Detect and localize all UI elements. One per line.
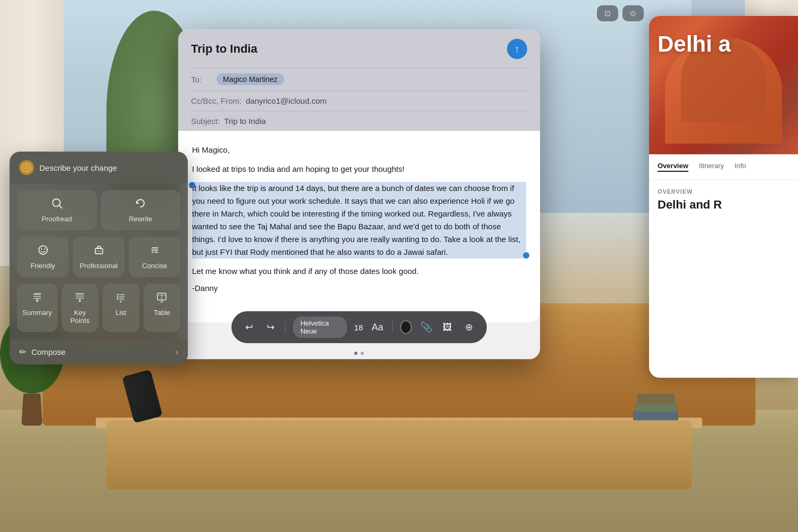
svg-point-6 bbox=[44, 248, 45, 250]
format-icon: Aa bbox=[371, 322, 383, 333]
key-points-icon bbox=[74, 291, 86, 305]
right-panel-content: OVERVIEW Delhi and R bbox=[649, 180, 798, 220]
attach-icon: 📎 bbox=[420, 321, 432, 333]
bg-table bbox=[106, 420, 692, 489]
svg-line-3 bbox=[59, 205, 62, 208]
right-panel-title-overlay: Delhi a bbox=[658, 32, 789, 56]
bg-books bbox=[633, 391, 681, 420]
format-button[interactable]: Aa bbox=[370, 319, 384, 336]
compose-left: ✏ Compose bbox=[19, 347, 65, 357]
dot-2 bbox=[361, 352, 364, 355]
friendly-label: Friendly bbox=[30, 262, 55, 270]
email-footer-text: Let me know what you think and if any of… bbox=[192, 265, 526, 278]
ai-grid-top: Proofread Rewrite bbox=[10, 184, 188, 237]
to-recipient[interactable]: Magico Martinez bbox=[217, 73, 284, 85]
list-label: List bbox=[115, 309, 126, 317]
redo-button[interactable]: ↪ bbox=[263, 319, 277, 336]
right-panel-section-title: Delhi and R bbox=[658, 198, 789, 212]
color-picker[interactable] bbox=[400, 320, 412, 334]
email-body[interactable]: Hi Magico, I looked at trips to India an… bbox=[178, 131, 540, 322]
svg-point-21 bbox=[117, 294, 119, 296]
right-nav-itinerary[interactable]: Itinerary bbox=[699, 162, 724, 172]
font-size[interactable]: 18 bbox=[354, 323, 363, 332]
image-button[interactable]: 🖼 bbox=[440, 319, 454, 336]
undo-icon: ↩ bbox=[245, 321, 253, 333]
rewrite-button[interactable]: Rewrite bbox=[101, 190, 181, 230]
email-header: Trip to India ↑ To: Magico Martinez Cc/B… bbox=[178, 29, 540, 131]
table-label: Table bbox=[154, 309, 170, 317]
right-nav-info[interactable]: Info bbox=[735, 162, 746, 172]
right-panel-image: Delhi a bbox=[649, 16, 798, 154]
compose-label: Compose bbox=[31, 347, 65, 356]
email-intro: I looked at trips to India and am hoping… bbox=[192, 163, 526, 176]
ai-writing-panel: Describe your change Proofread Rewrite bbox=[10, 152, 188, 364]
right-panel-big-title: Delhi a bbox=[658, 32, 789, 56]
friendly-icon bbox=[37, 244, 49, 259]
window-control-1[interactable]: ⊡ bbox=[597, 5, 618, 21]
rewrite-label: Rewrite bbox=[129, 215, 152, 223]
email-cc-row: Cc/Bcc, From: danyrico1@icloud.com bbox=[191, 90, 527, 111]
key-points-label: Key Points bbox=[67, 309, 93, 325]
professional-button[interactable]: Professional bbox=[73, 237, 124, 277]
compose-icon: ✏ bbox=[19, 347, 26, 357]
email-send-button[interactable]: ↑ bbox=[507, 39, 527, 59]
window-control-2[interactable]: ⊙ bbox=[622, 5, 644, 21]
toolbar-divider-2 bbox=[392, 322, 393, 332]
right-nav-overview[interactable]: Overview bbox=[658, 162, 688, 172]
svg-point-5 bbox=[40, 248, 41, 250]
right-panel-nav: Overview Itinerary Info bbox=[649, 154, 798, 180]
concise-label: Concise bbox=[142, 262, 167, 270]
proofread-label: Proofread bbox=[41, 215, 72, 223]
friendly-button[interactable]: Friendly bbox=[17, 237, 69, 277]
more-button[interactable]: ⊕ bbox=[462, 319, 476, 336]
image-icon: 🖼 bbox=[443, 322, 452, 333]
svg-point-25 bbox=[117, 298, 119, 300]
professional-label: Professional bbox=[80, 262, 118, 270]
svg-point-4 bbox=[39, 246, 47, 254]
table-button[interactable]: Table bbox=[144, 284, 180, 332]
dot-1 bbox=[354, 352, 358, 355]
pagination-dots bbox=[354, 352, 364, 355]
email-selected-paragraph: It looks like the trip is around 14 days… bbox=[192, 182, 526, 259]
svg-rect-18 bbox=[76, 296, 84, 297]
svg-rect-13 bbox=[34, 293, 41, 295]
ai-icon bbox=[19, 160, 34, 175]
email-title-row: Trip to India ↑ bbox=[191, 39, 527, 59]
email-to-row: To: Magico Martinez bbox=[191, 68, 527, 90]
ai-grid-middle: Friendly Professional Conci bbox=[10, 237, 188, 284]
email-subject: Trip to India bbox=[224, 117, 266, 126]
to-label: To: bbox=[191, 75, 212, 84]
list-button[interactable]: List bbox=[103, 284, 139, 332]
redo-icon: ↪ bbox=[267, 321, 275, 333]
proofread-button[interactable]: Proofread bbox=[17, 190, 97, 230]
summary-button[interactable]: Summary bbox=[17, 284, 57, 332]
ai-grid-bottom: Summary Key Points bbox=[10, 284, 188, 339]
email-window: Trip to India ↑ To: Magico Martinez Cc/B… bbox=[178, 29, 540, 359]
more-icon: ⊕ bbox=[465, 321, 473, 333]
svg-rect-14 bbox=[34, 296, 41, 297]
cc-label: Cc/Bcc, From: bbox=[191, 96, 242, 105]
list-icon bbox=[115, 291, 127, 305]
table-icon bbox=[156, 291, 168, 305]
concise-button[interactable]: Concise bbox=[129, 237, 180, 277]
selection-handle-top bbox=[189, 182, 195, 188]
professional-icon bbox=[93, 244, 105, 259]
ai-panel-header: Describe your change bbox=[10, 152, 188, 184]
proofread-icon bbox=[51, 197, 63, 212]
email-greeting: Hi Magico, bbox=[192, 144, 526, 156]
attach-button[interactable]: 📎 bbox=[419, 319, 433, 336]
key-points-button[interactable]: Key Points bbox=[62, 284, 98, 332]
send-icon: ↑ bbox=[515, 44, 520, 55]
email-toolbar: ↩ ↪ Helvetica Neue 18 Aa 📎 🖼 ⊕ bbox=[231, 311, 487, 343]
summary-label: Summary bbox=[22, 309, 52, 317]
concise-icon bbox=[149, 244, 161, 259]
font-selector[interactable]: Helvetica Neue bbox=[293, 317, 347, 338]
right-panel: Delhi a Overview Itinerary Info OVERVIEW… bbox=[649, 16, 798, 378]
ai-panel-title: Describe your change bbox=[39, 163, 117, 172]
undo-button[interactable]: ↩ bbox=[242, 319, 256, 336]
top-controls: ⊡ ⊙ bbox=[597, 5, 644, 21]
svg-point-23 bbox=[117, 296, 119, 298]
subject-label: Subject: bbox=[191, 117, 220, 126]
rewrite-icon bbox=[135, 197, 146, 212]
compose-row[interactable]: ✏ Compose › bbox=[10, 339, 188, 364]
